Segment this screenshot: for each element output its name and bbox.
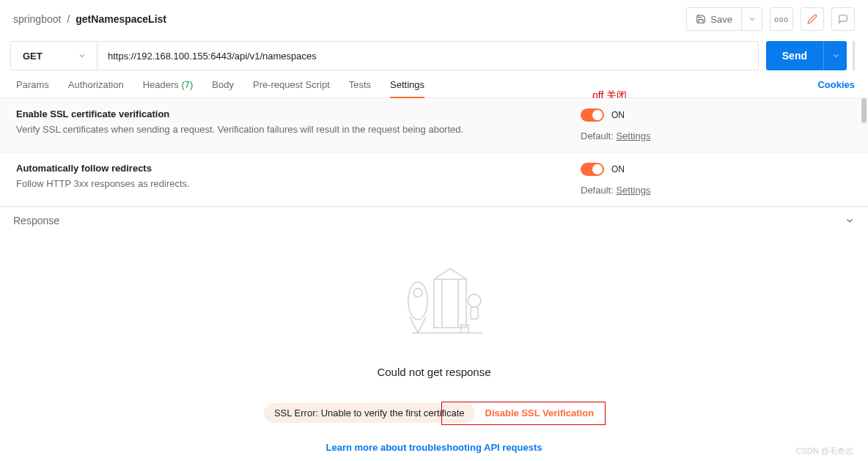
svg-line-2 xyxy=(450,268,466,279)
svg-point-6 xyxy=(413,288,422,297)
default-line: Default: Settings xyxy=(581,185,650,196)
comment-button[interactable] xyxy=(831,7,855,31)
comment-icon xyxy=(838,14,848,24)
ssl-error-message: SSL Error: Unable to verify the first ce… xyxy=(264,403,475,423)
chevron-down-icon xyxy=(78,51,87,60)
save-button[interactable]: Save xyxy=(687,8,741,30)
save-label: Save xyxy=(710,14,732,25)
tab-tests[interactable]: Tests xyxy=(349,79,371,97)
tab-headers-label: Headers xyxy=(143,79,179,90)
disable-ssl-link[interactable]: Disable SSL Verification xyxy=(475,403,605,423)
breadcrumb: springboot / getNamespaceList xyxy=(13,13,166,25)
tab-body[interactable]: Body xyxy=(212,79,234,97)
pencil-icon xyxy=(807,14,817,24)
no-response-message: Could not get response xyxy=(377,366,490,378)
default-line: Default: Settings xyxy=(581,130,650,141)
svg-rect-0 xyxy=(434,279,466,328)
learn-more-link[interactable]: Learn more about troubleshooting API req… xyxy=(326,442,542,453)
tab-headers-count: (7) xyxy=(181,79,193,90)
breadcrumb-collection[interactable]: springboot xyxy=(13,13,61,25)
divider xyxy=(853,41,855,70)
save-button-group: Save xyxy=(686,7,762,31)
send-options-button[interactable] xyxy=(823,41,847,70)
svg-line-1 xyxy=(434,268,450,279)
setting-desc: Follow HTTP 3xx responses as redirects. xyxy=(16,178,581,189)
breadcrumb-sep: / xyxy=(67,13,70,25)
url-input[interactable] xyxy=(98,42,758,70)
settings-link[interactable]: Settings xyxy=(616,185,650,196)
http-method-select[interactable]: GET xyxy=(11,42,98,70)
response-collapse-button[interactable] xyxy=(845,215,855,226)
http-method-value: GET xyxy=(23,51,43,62)
rocket-illustration xyxy=(379,263,489,344)
redirects-toggle[interactable] xyxy=(581,163,604,176)
setting-title: Enable SSL certificate verification xyxy=(16,108,581,119)
setting-title: Automatically follow redirects xyxy=(16,163,581,174)
toggle-state: ON xyxy=(611,110,625,120)
edit-button[interactable] xyxy=(801,7,824,31)
response-header-label: Response xyxy=(13,215,59,226)
settings-link[interactable]: Settings xyxy=(616,130,650,141)
more-options-button[interactable]: ooo xyxy=(770,7,793,31)
cookies-link[interactable]: Cookies xyxy=(817,79,855,97)
tab-prerequest[interactable]: Pre-request Script xyxy=(253,79,330,97)
save-icon xyxy=(696,14,706,24)
chevron-down-icon xyxy=(845,215,855,226)
tab-params[interactable]: Params xyxy=(16,79,49,97)
ssl-toggle[interactable] xyxy=(581,108,604,122)
watermark: CSDN @毛奇志 xyxy=(796,446,853,457)
setting-ssl-verification: Enable SSL certificate verification Veri… xyxy=(0,98,868,152)
setting-desc: Verify SSL certificates when sending a r… xyxy=(16,124,581,135)
setting-follow-redirects: Automatically follow redirects Follow HT… xyxy=(0,152,868,207)
toggle-state: ON xyxy=(611,164,625,174)
scrollbar-thumb[interactable] xyxy=(861,98,867,123)
svg-rect-8 xyxy=(471,307,478,319)
breadcrumb-request[interactable]: getNamespaceList xyxy=(76,13,166,25)
save-options-button[interactable] xyxy=(741,8,762,30)
svg-rect-10 xyxy=(461,325,468,333)
tab-settings[interactable]: Settings xyxy=(390,79,424,97)
chevron-down-icon xyxy=(831,51,840,60)
tab-authorization[interactable]: Authorization xyxy=(68,79,124,97)
chevron-down-icon xyxy=(748,15,757,23)
svg-point-7 xyxy=(468,295,481,308)
tab-headers[interactable]: Headers (7) xyxy=(143,79,194,97)
svg-point-5 xyxy=(408,282,427,320)
send-button[interactable]: Send xyxy=(766,41,823,70)
